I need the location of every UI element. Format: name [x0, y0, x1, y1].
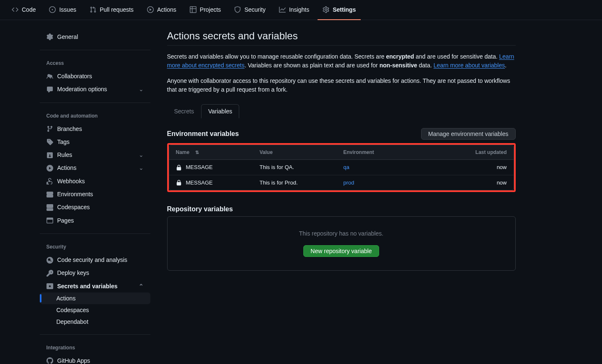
sidebar-tags[interactable]: Tags	[40, 135, 150, 148]
play-icon	[47, 164, 53, 172]
col-updated-header: Last updated	[457, 149, 507, 155]
tab-variables[interactable]: Variables	[201, 104, 239, 118]
sort-icon: ⇅	[195, 150, 199, 155]
nav-security[interactable]: Security	[229, 0, 271, 20]
env-variables-title: Environment variables	[167, 130, 239, 138]
chevron-up-icon: ⌃	[139, 283, 144, 290]
sidebar-sub-codespaces[interactable]: Codespaces	[40, 304, 150, 316]
codescan-icon	[47, 256, 53, 263]
server-icon	[47, 190, 53, 197]
branch-icon	[47, 125, 53, 132]
sidebar-heading-code: Code and automation	[40, 110, 150, 122]
repo-variables-title: Repository variables	[167, 205, 233, 213]
nav-projects[interactable]: Projects	[185, 0, 226, 20]
app-icon	[47, 357, 53, 364]
sidebar-heading-security: Security	[40, 241, 150, 253]
repo-variables-empty: This repository has no variables. New re…	[167, 216, 516, 271]
tabs: Secrets Variables	[167, 104, 516, 118]
description-1: Secrets and variables allow you to manag…	[167, 52, 516, 70]
nav-settings[interactable]: Settings	[318, 0, 361, 20]
empty-text: This repository has no variables.	[181, 230, 502, 237]
var-updated: now	[457, 179, 507, 186]
gear-icon	[323, 6, 329, 13]
sidebar-sub-actions[interactable]: Actions	[40, 292, 150, 304]
chevron-down-icon: ⌄	[139, 151, 144, 158]
new-repo-variable-button[interactable]: New repository variable	[303, 245, 379, 257]
sidebar-github-apps[interactable]: GitHub Apps	[40, 354, 150, 364]
var-updated: now	[457, 164, 507, 170]
nav-pull-requests[interactable]: Pull requests	[85, 0, 139, 20]
gear-icon	[47, 33, 53, 40]
sidebar-moderation[interactable]: Moderation options ⌄	[40, 83, 150, 96]
sidebar-code-security[interactable]: Code security and analysis	[40, 253, 150, 266]
sidebar-general[interactable]: General	[40, 30, 150, 43]
code-icon	[12, 6, 18, 13]
codespace-icon	[47, 204, 53, 211]
key-asterisk-icon	[47, 282, 53, 290]
settings-sidebar: General Access Collaborators Moderation …	[33, 30, 157, 364]
sidebar-actions[interactable]: Actions⌄	[40, 161, 150, 174]
col-value-header: Value	[260, 149, 344, 155]
webhook-icon	[47, 177, 53, 185]
var-name: MESSAGE	[186, 179, 213, 186]
graph-icon	[279, 6, 286, 13]
page-title: Actions secrets and variables	[167, 30, 516, 46]
var-value: This is for QA.	[260, 164, 344, 170]
sidebar-rules[interactable]: Rules⌄	[40, 148, 150, 161]
people-icon	[47, 72, 53, 79]
tab-secrets[interactable]: Secrets	[167, 104, 201, 118]
env-variables-highlight: Name⇅ Value Environment Last updated MES…	[167, 143, 516, 192]
var-name: MESSAGE	[186, 164, 213, 170]
env-link[interactable]: qa	[344, 164, 349, 170]
sidebar-heading-access: Access	[40, 57, 150, 69]
browser-icon	[47, 217, 53, 224]
env-variables-table: Name⇅ Value Environment Last updated MES…	[169, 145, 514, 190]
play-icon	[147, 6, 154, 13]
sidebar-codespaces[interactable]: Codespaces	[40, 201, 150, 214]
sidebar-pages[interactable]: Pages	[40, 214, 150, 227]
sidebar-sub-dependabot[interactable]: Dependabot	[40, 316, 150, 328]
tag-icon	[47, 138, 53, 145]
rules-icon	[47, 151, 53, 158]
var-value: This is for Prod.	[260, 179, 344, 186]
nav-issues[interactable]: Issues	[44, 0, 81, 20]
key-icon	[47, 269, 53, 277]
nav-code[interactable]: Code	[7, 0, 41, 20]
nav-actions[interactable]: Actions	[142, 0, 181, 20]
sidebar-heading-integrations: Integrations	[40, 341, 150, 354]
lock-icon	[176, 164, 182, 171]
repo-topnav: Code Issues Pull requests Actions Projec…	[0, 0, 602, 20]
link-variables[interactable]: Learn more about variables	[434, 62, 505, 69]
col-name-header[interactable]: Name	[176, 149, 190, 155]
sidebar-branches[interactable]: Branches	[40, 122, 150, 135]
table-row: MESSAGE This is for QA. qa now	[169, 160, 514, 175]
chevron-down-icon: ⌄	[139, 164, 144, 171]
sidebar-webhooks[interactable]: Webhooks	[40, 174, 150, 187]
manage-env-variables-button[interactable]: Manage environment variables	[421, 128, 515, 140]
sidebar-collaborators[interactable]: Collaborators	[40, 69, 150, 82]
env-link[interactable]: prod	[344, 179, 354, 186]
table-header: Name⇅ Value Environment Last updated	[169, 145, 514, 160]
table-row: MESSAGE This is for Prod. prod now	[169, 175, 514, 190]
nav-insights[interactable]: Insights	[274, 0, 314, 20]
lock-icon	[176, 179, 182, 186]
table-icon	[190, 6, 196, 13]
chevron-down-icon: ⌄	[139, 86, 144, 92]
comment-icon	[47, 86, 53, 93]
sidebar-environments[interactable]: Environments	[40, 187, 150, 200]
sidebar-secrets-variables[interactable]: Secrets and variables⌃	[40, 279, 150, 292]
issue-icon	[49, 6, 56, 13]
col-env-header: Environment	[344, 149, 457, 155]
description-2: Anyone with collaborator access to this …	[167, 77, 516, 94]
pr-icon	[90, 6, 96, 13]
shield-icon	[234, 6, 241, 13]
main-content: Actions secrets and variables Secrets an…	[157, 30, 526, 364]
sidebar-deploy-keys[interactable]: Deploy keys	[40, 267, 150, 279]
